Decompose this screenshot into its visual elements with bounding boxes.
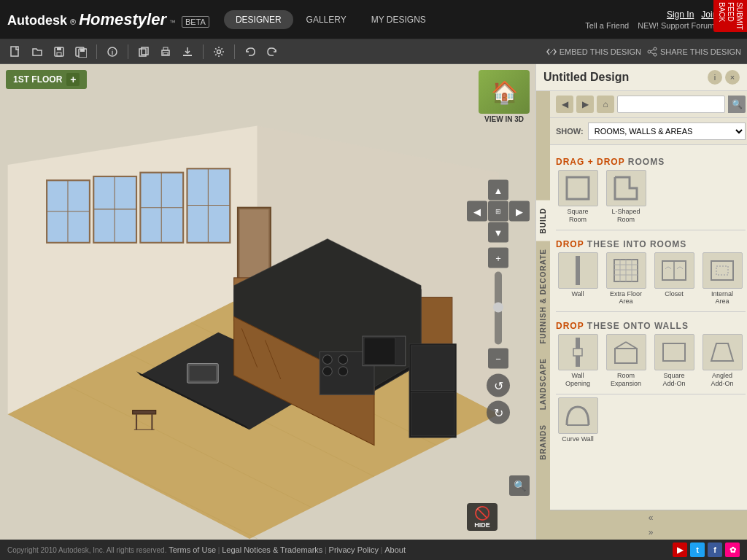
footer-privacy-link[interactable]: Privacy Policy: [329, 545, 379, 554]
pan-center-button[interactable]: ⊞: [488, 201, 508, 222]
nav-back-button[interactable]: ◀: [556, 96, 573, 113]
svg-rect-91: [663, 343, 685, 361]
youtube-icon[interactable]: ▶: [673, 542, 687, 557]
nav-home-button[interactable]: ⌂: [597, 96, 614, 113]
embed-design-button[interactable]: EMBED THIS DESIGN: [546, 47, 641, 57]
drop-into-rooms-title: DROP THESE INTO ROOMS: [556, 233, 746, 252]
footer-terms-link[interactable]: Terms of Use: [169, 545, 216, 554]
room-expansion-icon: [606, 334, 646, 370]
empty-cell: [467, 180, 487, 201]
open-button[interactable]: [28, 42, 47, 61]
right-panel: Untitled Design i × BUILD FURNISH & DECO…: [535, 64, 747, 540]
settings-button[interactable]: [209, 42, 228, 61]
svg-line-20: [651, 50, 654, 51]
rotate-ccw-button[interactable]: ↺: [487, 374, 510, 397]
tab-brands[interactable]: BRANDS: [536, 417, 550, 467]
angled-addon-item[interactable]: AngledAdd-On: [700, 334, 744, 388]
direction-pad: ▲ ◀ ⊞ ▶ ▼: [467, 180, 530, 243]
export-button[interactable]: [178, 42, 197, 61]
nav-gallery[interactable]: GALLERY: [295, 10, 358, 29]
nav-forward-button[interactable]: ▶: [576, 96, 594, 113]
top-navigation: Autodesk ® Homestyler ™ BETA DESIGNER GA…: [0, 0, 747, 39]
logo-reg: ®: [70, 18, 76, 26]
support-forum-link[interactable]: NEW! Support Forum: [638, 21, 714, 30]
wall-opening-svg: [563, 336, 592, 368]
closet-item[interactable]: Closet: [652, 252, 696, 306]
footer-about-link[interactable]: About: [384, 545, 406, 554]
rooms-label: ROOMS: [628, 157, 665, 167]
canvas-area[interactable]: 1ST FLOOR + VIEW IN 3D: [0, 64, 535, 540]
search-button[interactable]: 🔍: [728, 96, 746, 113]
wall-svg: [563, 254, 592, 287]
toolbar-sep-2: [128, 44, 128, 59]
print-button[interactable]: [156, 42, 175, 61]
room-expansion-item[interactable]: RoomExpansion: [604, 334, 648, 388]
pan-right-button[interactable]: ▶: [509, 201, 530, 222]
design-close-button[interactable]: ×: [725, 70, 740, 85]
tab-furnish-decorate[interactable]: FURNISH & DECORATE: [536, 241, 550, 351]
share-label: SHARE THIS DESIGN: [660, 47, 741, 56]
undo-button[interactable]: [241, 42, 260, 61]
show-select[interactable]: ROOMS, WALLS & AREAS ROOMS ONLY WALLS ON…: [588, 122, 746, 140]
logo-area: Autodesk ® Homestyler ™ BETA: [7, 10, 209, 29]
new-button[interactable]: [6, 42, 25, 61]
share-design-button[interactable]: SHARE THIS DESIGN: [647, 47, 741, 57]
toolbar-sep-3: [203, 44, 204, 59]
search-input[interactable]: [617, 96, 725, 113]
view3d-button[interactable]: VIEW IN 3D: [479, 70, 530, 123]
save-button[interactable]: [50, 42, 69, 61]
redo-button[interactable]: [263, 42, 282, 61]
drag-drop-rooms-title: DRAG + DROP ROOMS: [556, 151, 746, 170]
tell-friend-link[interactable]: Tell a Friend: [585, 21, 629, 30]
pan-left-button[interactable]: ◀: [467, 201, 487, 222]
square-room-item[interactable]: SquareRoom: [556, 170, 600, 224]
svg-rect-86: [576, 356, 580, 367]
nav-designer[interactable]: DESIGNER: [224, 10, 293, 29]
footer-legal-link[interactable]: Legal Notices & Trademarks: [222, 545, 322, 554]
facebook-icon[interactable]: f: [708, 542, 722, 557]
zoom-out-button[interactable]: −: [488, 349, 508, 369]
onto-walls-label: THESE ONTO WALLS: [587, 321, 689, 331]
flickr-icon[interactable]: ✿: [725, 542, 740, 557]
tab-build[interactable]: BUILD: [536, 201, 550, 241]
add-floor-button[interactable]: +: [66, 73, 80, 86]
design-actions: i ×: [708, 70, 740, 85]
hide-button[interactable]: 🚫 HIDE: [467, 503, 498, 531]
magnifier-button[interactable]: 🔍: [509, 475, 530, 496]
panel-expand-button[interactable]: »: [550, 525, 747, 540]
controls-overlay: ▲ ◀ ⊞ ▶ ▼ + − ↺ ↻: [467, 180, 530, 424]
lshaped-room-item[interactable]: L-ShapedRoom: [604, 170, 648, 224]
wall-item[interactable]: Wall: [556, 252, 600, 306]
pan-up-button[interactable]: ▲: [488, 180, 508, 201]
internal-area-item[interactable]: InternalArea: [700, 252, 744, 306]
zoom-slider[interactable]: [495, 272, 502, 345]
feedback-tab[interactable]: SUBMITFEEDBACK: [713, 0, 747, 32]
svg-point-61: [322, 367, 332, 376]
rotate-cw-button[interactable]: ↻: [487, 401, 510, 424]
save-as-button[interactable]: [71, 42, 90, 61]
logo-beta: BETA: [182, 16, 209, 28]
zoom-in-button[interactable]: +: [488, 248, 508, 268]
pan-down-button[interactable]: ▼: [488, 222, 508, 243]
angled-addon-svg: [708, 336, 737, 368]
square-addon-item[interactable]: SquareAdd-On: [652, 334, 696, 388]
svg-rect-6: [80, 49, 85, 52]
twitter-icon[interactable]: t: [690, 542, 705, 557]
square-addon-svg: [659, 336, 689, 368]
curve-wall-icon: [558, 397, 598, 434]
design-header: Untitled Design i ×: [536, 64, 747, 91]
tab-landscape[interactable]: LANDSCAPE: [536, 351, 550, 417]
svg-rect-88: [615, 349, 637, 363]
svg-point-59: [322, 355, 332, 365]
extra-floor-item[interactable]: Extra FloorArea: [604, 252, 648, 306]
svg-rect-87: [573, 349, 582, 356]
design-info-button[interactable]: i: [708, 70, 722, 85]
panel-collapse-button[interactable]: «: [550, 510, 747, 525]
sign-in-link[interactable]: Sign In: [667, 9, 694, 20]
info-button[interactable]: i: [103, 42, 122, 61]
copy-button[interactable]: [134, 42, 153, 61]
nav-mydesigns[interactable]: MY DESIGNS: [360, 10, 438, 29]
wall-opening-item[interactable]: WallOpening: [556, 334, 600, 388]
extra-floor-label: Extra FloorArea: [610, 290, 642, 306]
curve-wall-item[interactable]: Curve Wall: [556, 397, 600, 443]
